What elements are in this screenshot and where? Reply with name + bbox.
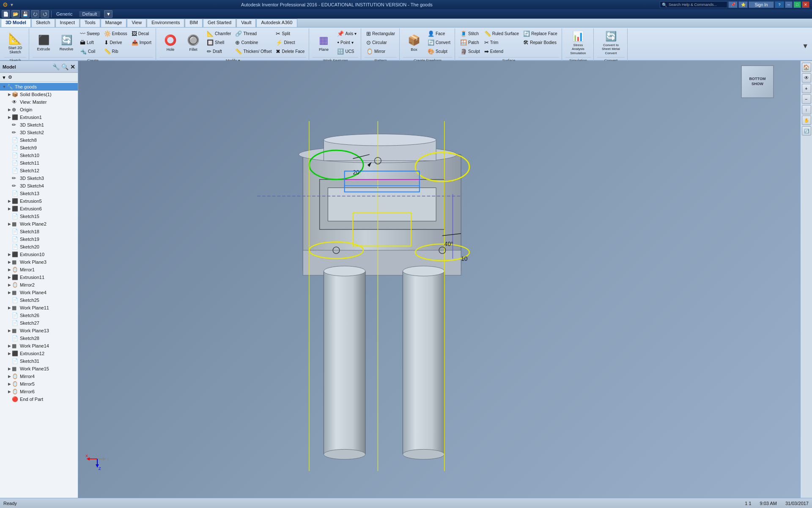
- tab-vault[interactable]: Vault: [236, 19, 256, 27]
- replace-face-button[interactable]: 🔄 Replace Face: [521, 29, 559, 38]
- tab-inspect[interactable]: Inspect: [55, 19, 80, 27]
- sculpt2-button[interactable]: 🗿 Sculpt: [458, 47, 482, 55]
- qa-undo[interactable]: ⭮: [31, 10, 39, 18]
- plane-button[interactable]: ▦ Plane: [313, 29, 335, 57]
- circular-button[interactable]: ⊙ Circular: [365, 38, 397, 47]
- rib-button[interactable]: 📏 Rib: [102, 47, 129, 55]
- thread-button[interactable]: 🔗 Thread: [233, 29, 273, 38]
- rectangular-button[interactable]: ⊞ Rectangular: [365, 29, 397, 38]
- convert-sheet-metal-button[interactable]: 🔄 Convert toSheet MetalConvert: [597, 29, 625, 57]
- nav-cube-face[interactable]: BOTTOM SHOW: [741, 65, 774, 98]
- tree-item-end-of-part[interactable]: 🔴End of Part: [0, 395, 78, 403]
- tree-item-sketch26[interactable]: 📄Sketch26: [0, 312, 78, 319]
- face-button[interactable]: 👤 Face: [426, 29, 452, 38]
- combine-button[interactable]: ⊕ Combine: [233, 38, 273, 47]
- tree-item-sketch3d3[interactable]: ✏3D Sketch3: [0, 174, 78, 182]
- tree-item-mirror1[interactable]: ▶🪞Mirror1: [0, 266, 78, 273]
- tree-item-workplane3[interactable]: ▶▦Work Plane3: [0, 258, 78, 266]
- tab-get-started[interactable]: Get Started: [203, 19, 236, 27]
- tree-item-sketch19[interactable]: 📄Sketch19: [0, 235, 78, 243]
- tree-item-workplane2[interactable]: ▶▦Work Plane2: [0, 220, 78, 228]
- model-icon[interactable]: 🔧: [52, 64, 60, 70]
- draft-button[interactable]: ✏ Draft: [205, 47, 233, 55]
- chamfer-button[interactable]: 📐 Chamfer: [205, 29, 233, 38]
- tree-item-sketch8[interactable]: 📄Sketch8: [0, 136, 78, 144]
- start-2d-sketch-button[interactable]: 📐 Start 2D Sketch: [4, 29, 26, 57]
- revolve-button[interactable]: 🔄 Revolve: [55, 29, 77, 57]
- tree-item-origin[interactable]: ▶⊕Origin: [0, 106, 78, 113]
- extend-button[interactable]: ➡ Extend: [483, 47, 521, 55]
- tree-item-extrusion5[interactable]: ▶⬛Extrusion5: [0, 197, 78, 205]
- tree-item-sketch27[interactable]: 📄Sketch27: [0, 319, 78, 327]
- qa-open[interactable]: 📂: [11, 10, 20, 18]
- tree-item-sketch3d2[interactable]: ✏3D Sketch2: [0, 129, 78, 136]
- tree-item-view-master[interactable]: 👁View: Master: [0, 98, 78, 106]
- zoom-all-icon[interactable]: ↕: [802, 105, 811, 114]
- tree-item-extrusion12[interactable]: ▶⬛Extrusion12: [0, 350, 78, 357]
- repair-bodies-button[interactable]: 🛠 Repair Bodies: [521, 38, 559, 47]
- tab-view[interactable]: View: [127, 19, 146, 27]
- pan-icon[interactable]: ✋: [802, 116, 811, 125]
- tab-sketch[interactable]: Sketch: [31, 19, 55, 27]
- tree-item-sketch12[interactable]: 📄Sketch12: [0, 167, 78, 174]
- convert-button[interactable]: 🔄 Convert: [426, 38, 452, 47]
- tree-item-sketch9[interactable]: 📄Sketch9: [0, 144, 78, 152]
- tab-autodesk-a360[interactable]: Autodesk A360: [256, 19, 297, 27]
- sweep-button[interactable]: 〰 Sweep: [78, 29, 102, 38]
- tab-environments[interactable]: Environments: [147, 19, 184, 27]
- ribbon-dropdown-btn[interactable]: ▼: [802, 42, 809, 50]
- tree-item-mirror6[interactable]: ▶🪞Mirror6: [0, 388, 78, 395]
- delete-face-button[interactable]: ✖ Delete Face: [274, 47, 306, 55]
- hole-button[interactable]: ⭕ Hole: [159, 29, 181, 57]
- close-button[interactable]: ✕: [802, 1, 809, 8]
- orbit-icon[interactable]: 🔃: [802, 126, 811, 135]
- zoom-in-icon[interactable]: +: [802, 84, 811, 93]
- viewport[interactable]: 20° 40° 10 BOTTOM SHOW: [78, 61, 800, 498]
- tree-item-workplane11[interactable]: ▶▦Work Plane11: [0, 304, 78, 312]
- sculpt-button[interactable]: 🎨 Sculpt: [426, 47, 452, 55]
- tree-item-workplane15[interactable]: ▶▦Work Plane15: [0, 365, 78, 373]
- ucs-button[interactable]: 🔠 UCS: [335, 47, 358, 55]
- help-button[interactable]: ?: [775, 1, 784, 8]
- extrude-button[interactable]: ⬛ Extrude: [33, 29, 55, 57]
- direct-button[interactable]: ⚡ Direct: [274, 38, 306, 47]
- minimize-button[interactable]: ─: [785, 1, 793, 8]
- tree-item-mirror5[interactable]: ▶🪞Mirror5: [0, 380, 78, 388]
- stress-analysis-button[interactable]: 📊 StressAnalysisSimulation: [565, 29, 591, 57]
- tree-item-sketch18[interactable]: 📄Sketch18: [0, 228, 78, 235]
- tree-item-sketch28[interactable]: 📄Sketch28: [0, 334, 78, 342]
- tree-item-solid-bodies[interactable]: ▶📦Solid Bodies(1): [0, 91, 78, 98]
- home-view-icon[interactable]: 🏠: [802, 63, 811, 72]
- stitch-button[interactable]: 🧵 Stitch: [458, 29, 482, 38]
- qa-new[interactable]: 📄: [2, 10, 10, 18]
- tab-manage[interactable]: Manage: [101, 19, 127, 27]
- fillet-button[interactable]: 🔘 Fillet: [182, 29, 204, 57]
- import-button[interactable]: 📤 Import: [130, 38, 153, 47]
- tree-item-sketch20[interactable]: 📄Sketch20: [0, 243, 78, 251]
- settings-icon[interactable]: ⚙: [8, 75, 12, 80]
- tree-item-extrusion11[interactable]: ▶⬛Extrusion11: [0, 273, 78, 281]
- tree-item-workplane13[interactable]: ▶▦Work Plane13: [0, 327, 78, 334]
- filter-icon[interactable]: 🔍: [61, 64, 69, 70]
- tree-item-mirror4[interactable]: ▶🪞Mirror4: [0, 373, 78, 380]
- tree-item-mirror2[interactable]: ▶🪞Mirror2: [0, 281, 78, 289]
- close-panel-icon[interactable]: ✕: [70, 64, 75, 70]
- tree-item-sketch25[interactable]: 📄Sketch25: [0, 296, 78, 304]
- loft-button[interactable]: 🏔 Loft: [78, 38, 102, 47]
- mirror-button[interactable]: 🪞 Mirror: [365, 47, 397, 55]
- tab-tools[interactable]: Tools: [80, 19, 100, 27]
- navigation-cube[interactable]: BOTTOM SHOW: [741, 65, 775, 99]
- tree-item-sketch31[interactable]: 📄Sketch31: [0, 357, 78, 365]
- qa-redo[interactable]: ⭯: [41, 10, 49, 18]
- qa-dropdown[interactable]: ▼: [104, 10, 112, 18]
- tree-item-sketch15[interactable]: 📄Sketch15: [0, 213, 78, 220]
- decal-button[interactable]: 🖼 Decal: [130, 29, 153, 38]
- tree-item-sketch3d4[interactable]: ✏3D Sketch4: [0, 182, 78, 190]
- shell-button[interactable]: 🔲 Shell: [205, 38, 233, 47]
- tree-item-sketch10[interactable]: 📄Sketch10: [0, 152, 78, 159]
- axis-button[interactable]: 📌 Axis ▾: [335, 29, 358, 38]
- point-button[interactable]: • Point ▾: [335, 38, 358, 47]
- search-box[interactable]: 🔍 Search Help & Commands...: [660, 1, 727, 8]
- sign-in-button[interactable]: Sign In: [749, 1, 774, 8]
- tree-item-workplane4[interactable]: ▶▦Work Plane4: [0, 289, 78, 296]
